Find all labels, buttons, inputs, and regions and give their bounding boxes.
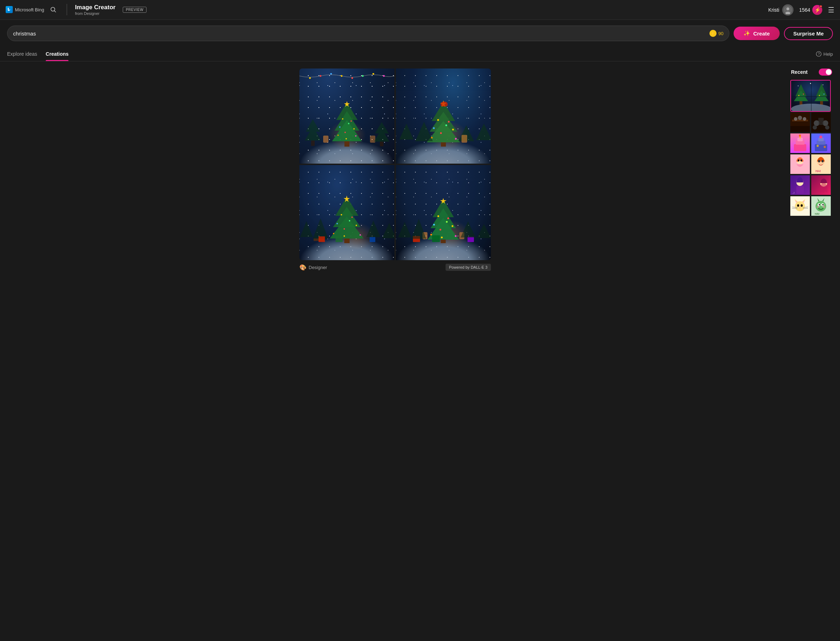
user-avatar[interactable] xyxy=(782,4,793,16)
user-block[interactable]: Kristi xyxy=(768,4,793,16)
bg-forest-2 xyxy=(396,122,491,150)
svg-point-136 xyxy=(798,159,800,161)
tab-creations[interactable]: Creations xyxy=(46,47,69,61)
sidebar-thumbnail-anime-2[interactable]: HA! xyxy=(811,155,831,174)
lantern-3 xyxy=(461,135,467,143)
svg-point-111 xyxy=(803,117,806,121)
svg-point-97 xyxy=(798,85,798,86)
sidebar-thumbnail-girl[interactable] xyxy=(811,176,831,195)
sidebar-thumbnail-current[interactable] xyxy=(790,80,831,112)
help-link[interactable]: ? Help xyxy=(816,51,833,57)
app-title-block: Image Creator from Designer xyxy=(75,4,115,15)
string-lights-1 xyxy=(299,73,395,80)
sidebar-thumb-svg-1 xyxy=(791,81,831,112)
svg-marker-85 xyxy=(398,222,411,238)
svg-point-25 xyxy=(341,75,343,77)
surprise-label: Surprise Me xyxy=(793,31,824,37)
svg-point-104 xyxy=(824,94,825,95)
tab-explore[interactable]: Explore ideas xyxy=(7,47,37,61)
sidebar-thumbnail-cat[interactable] xyxy=(790,196,810,216)
gift-green-3 xyxy=(336,236,343,242)
notification-dot xyxy=(819,5,822,8)
thumb-anime-svg-1 xyxy=(790,155,810,174)
svg-marker-87 xyxy=(461,221,476,238)
bing-logo-icon xyxy=(6,6,13,13)
help-icon: ? xyxy=(816,51,822,57)
sidebar-thumbnail-monster[interactable]: HA! xyxy=(811,196,831,216)
user-name: Kristi xyxy=(768,7,779,13)
svg-point-14 xyxy=(350,120,352,122)
search-input[interactable] xyxy=(13,31,710,37)
svg-point-4 xyxy=(787,8,789,10)
svg-point-141 xyxy=(822,160,824,163)
svg-rect-11 xyxy=(344,141,349,147)
search-bar-wrapper: ⚡ 90 ✨ Create Surprise Me xyxy=(0,20,840,47)
svg-marker-70 xyxy=(382,223,395,238)
bing-logo[interactable]: Microsoft Bing xyxy=(6,6,44,13)
image-grid xyxy=(299,69,491,260)
help-label: Help xyxy=(823,52,833,57)
svg-point-171 xyxy=(823,206,825,208)
sidebar-thumbnail-dining-2[interactable] xyxy=(811,113,831,132)
designer-icon: 🎨 xyxy=(299,264,307,271)
generated-image-3[interactable] xyxy=(299,165,395,260)
svg-point-26 xyxy=(351,77,353,79)
generated-image-1[interactable] xyxy=(299,69,395,164)
svg-rect-112 xyxy=(790,126,810,132)
generated-image-4[interactable] xyxy=(396,165,491,260)
svg-point-99 xyxy=(822,84,823,85)
bing-text: Microsoft Bing xyxy=(15,7,44,13)
boost-badge[interactable]: ⚡ 90 xyxy=(710,30,723,37)
thumb-monster-svg: HA! xyxy=(811,196,831,216)
sidebar-thumbnail-cake-1[interactable] xyxy=(790,134,810,153)
svg-point-24 xyxy=(330,73,332,75)
generated-image-2[interactable] xyxy=(396,69,491,164)
svg-text:HA!: HA! xyxy=(815,212,819,216)
svg-rect-120 xyxy=(794,144,806,151)
svg-point-156 xyxy=(801,205,803,207)
tabs-bar: Explore ideas Creations ? Help xyxy=(0,47,840,61)
svg-point-76 xyxy=(437,215,439,217)
sidebar-row-anime: HA! xyxy=(790,155,833,174)
sidebar-thumbnail-cake-2[interactable] xyxy=(811,134,831,153)
svg-marker-88 xyxy=(477,224,491,238)
svg-point-23 xyxy=(320,75,321,77)
create-icon: ✨ xyxy=(744,30,750,37)
sidebar-row-cake xyxy=(790,134,833,153)
toggle-knob xyxy=(826,69,832,75)
thumb-dining-svg-2 xyxy=(811,113,831,132)
gift-red-3 xyxy=(318,237,325,242)
menu-icon[interactable]: ☰ xyxy=(828,6,834,14)
svg-point-168 xyxy=(819,204,820,206)
credits-icon[interactable]: ⚡ xyxy=(812,5,822,15)
svg-point-19 xyxy=(337,135,339,136)
svg-point-116 xyxy=(813,125,817,130)
svg-point-124 xyxy=(799,135,801,137)
create-button[interactable]: ✨ Create xyxy=(734,27,780,40)
svg-point-130 xyxy=(817,145,819,147)
sidebar-thumbnail-dining-1[interactable] xyxy=(790,113,810,132)
designer-text: Designer xyxy=(308,265,327,270)
bg-forest-4 xyxy=(396,217,491,247)
svg-marker-86 xyxy=(411,219,426,239)
svg-rect-96 xyxy=(820,101,823,105)
surprise-button[interactable]: Surprise Me xyxy=(784,27,833,40)
svg-point-28 xyxy=(373,73,374,75)
app-header: Microsoft Bing Image Creator from Design… xyxy=(0,0,840,20)
svg-marker-49 xyxy=(400,124,414,140)
recent-toggle[interactable] xyxy=(819,69,832,76)
header-search-icon[interactable] xyxy=(48,4,59,15)
svg-rect-93 xyxy=(800,101,802,105)
svg-point-41 xyxy=(437,119,439,121)
sidebar-thumbnail-purple[interactable]: ..! xyxy=(790,176,810,195)
svg-text:..!: ..! xyxy=(792,191,795,195)
thumb-anime-svg-2: HA! xyxy=(811,155,831,174)
svg-point-58 xyxy=(341,214,342,216)
svg-line-2 xyxy=(54,11,56,12)
image-footer: 🎨 Designer Powered by DALL·E 3 xyxy=(299,260,491,274)
sidebar-row-cat: HA! xyxy=(790,196,833,216)
sidebar-thumbnail-anime-1[interactable] xyxy=(790,155,810,174)
thumb-cake-svg-1 xyxy=(790,134,810,153)
svg-rect-118 xyxy=(818,118,824,125)
svg-point-109 xyxy=(794,117,797,121)
